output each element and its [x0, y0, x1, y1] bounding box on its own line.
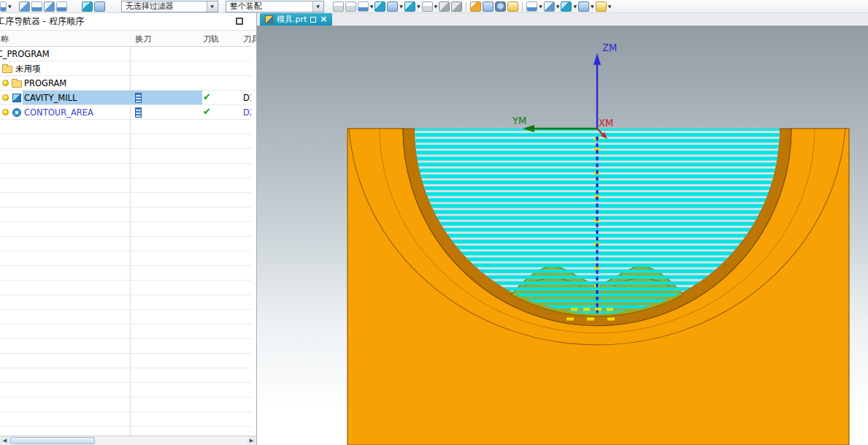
image-capture-icon[interactable] [483, 1, 493, 12]
xm-axis-label: XM [599, 118, 613, 129]
navigator-column-header: 名称 换刀 刀轨 刀具 [0, 31, 251, 47]
snap-point-icon[interactable] [333, 1, 344, 12]
view-cube-caret[interactable]: ▼ [434, 1, 438, 12]
sketch-caret[interactable]: ▼ [608, 1, 612, 12]
navigator-title-bar: 工序导航器 - 程序顺序 [0, 13, 257, 31]
toolbar-separator [522, 1, 523, 12]
graphics-area: 模具.prt × [257, 13, 868, 445]
tool-cell: D1 [243, 93, 251, 103]
node-label[interactable]: NC_PROGRAM [0, 49, 50, 59]
tree-row-nc-program[interactable]: NC_PROGRAM [0, 47, 251, 61]
tree-row-contour-area[interactable]: CONTOUR_AREA ✔ D2 [0, 105, 251, 120]
scroll-thumb[interactable] [10, 437, 95, 444]
measure-icon[interactable] [404, 1, 415, 12]
create-method-icon[interactable] [56, 1, 67, 12]
window-layout-icon[interactable] [470, 1, 481, 12]
create-program-icon[interactable] [19, 1, 30, 12]
measure-caret[interactable]: ▼ [417, 1, 420, 12]
move-object-icon[interactable] [375, 1, 385, 12]
vector-dialog-icon[interactable] [387, 1, 398, 12]
top-toolbar: ▼ 无选择过滤器 ▼ 整个装配 ▼ ▼ ▼ ▼ ▼ ▼ ▼ ▼ ▼ ▼ [0, 0, 868, 13]
scroll-left-icon[interactable]: ◀ [0, 436, 9, 445]
node-label[interactable]: CONTOUR_AREA [24, 107, 93, 118]
wcs-triad: ZM YM XM [512, 42, 617, 139]
undock-panel-icon[interactable] [236, 18, 243, 25]
tool-change-icon [135, 93, 142, 103]
navigator-hscrollbar[interactable]: ◀ ▶ [0, 436, 256, 445]
selection-scope-combo[interactable]: 整个装配 ▼ [226, 1, 324, 12]
render-style-icon[interactable] [561, 1, 572, 12]
node-label[interactable]: PROGRAM [24, 78, 66, 88]
menu-overflow-icon[interactable] [0, 1, 7, 12]
status-bulb-icon [2, 80, 9, 86]
layer-settings-caret[interactable]: ▼ [556, 1, 560, 12]
menu-overflow-caret[interactable]: ▼ [8, 1, 12, 12]
viewport-tab-bar: 模具.prt × [257, 13, 868, 26]
vector-dialog-caret[interactable]: ▼ [399, 1, 403, 12]
toolbar-separator [466, 1, 466, 12]
close-icon[interactable]: × [320, 15, 327, 23]
sketch-icon[interactable] [596, 1, 607, 12]
scroll-right-icon[interactable]: ▶ [247, 436, 256, 445]
toolpath-ok-icon: ✔ [203, 91, 211, 102]
column-tool[interactable]: 刀具 [243, 34, 257, 45]
zm-axis-arrow [594, 53, 601, 65]
create-tool-icon[interactable] [31, 1, 42, 12]
contour-area-operation-icon [12, 108, 21, 117]
orient-view-caret[interactable]: ▼ [591, 1, 594, 12]
layer-settings-icon[interactable] [544, 1, 555, 12]
solid-view-icon[interactable] [439, 1, 450, 12]
zm-axis-label: ZM [602, 42, 617, 53]
column-name[interactable]: 名称 [0, 34, 9, 45]
selection-filter-value: 无选择过滤器 [122, 1, 207, 12]
status-bulb-icon [2, 109, 9, 115]
selection-scope-caret[interactable]: ▼ [312, 1, 323, 12]
status-bulb-icon [2, 94, 9, 101]
folder-icon [2, 66, 12, 73]
node-label[interactable]: 未用项 [15, 64, 41, 75]
orient-view-icon[interactable] [578, 1, 589, 12]
selection-scope-value: 整个装配 [226, 1, 312, 12]
tree-row-program[interactable]: PROGRAM [0, 76, 251, 91]
navigator-title: 工序导航器 - 程序顺序 [0, 15, 84, 28]
tree-row-cavity-mill[interactable]: CAVITY_MILL ✔ D1 [0, 91, 251, 105]
show-hide-caret[interactable]: ▼ [539, 1, 542, 12]
tool-change-icon [135, 107, 142, 118]
undock-tab-icon[interactable] [310, 17, 316, 23]
selection-filter-caret[interactable]: ▼ [207, 1, 218, 12]
operation-navigator-panel: 工序导航器 - 程序顺序 名称 换刀 刀轨 刀具 NC_PROGRAM 未用项 [0, 13, 257, 445]
tab-mold-prt[interactable]: 模具.prt × [260, 13, 332, 26]
edit-object-display-icon[interactable] [507, 1, 518, 12]
create-geometry-icon[interactable] [44, 1, 55, 12]
point-dialog-icon[interactable] [358, 1, 369, 12]
generate-toolpath-icon[interactable] [82, 1, 93, 12]
show-hide-icon[interactable] [526, 1, 537, 12]
refresh-view-icon[interactable] [495, 1, 506, 12]
selection-filter-combo[interactable]: 无选择过滤器 ▼ [121, 1, 218, 12]
column-tool-change[interactable]: 换刀 [135, 34, 151, 45]
view-cube-icon[interactable] [422, 1, 433, 12]
tree-row-unused-items[interactable]: 未用项 [0, 61, 251, 76]
graphics-window[interactable]: ZM YM XM [257, 26, 868, 445]
tab-title: 模具.prt [277, 14, 307, 25]
3d-scene: ZM YM XM [257, 26, 868, 445]
tool-cell: D2 [243, 107, 251, 118]
work-plane-icon[interactable] [345, 1, 356, 12]
cavity-mill-operation-icon [12, 94, 21, 102]
point-dialog-caret[interactable]: ▼ [370, 1, 374, 12]
toolpath-ok-icon: ✔ [203, 106, 211, 117]
node-label[interactable]: CAVITY_MILL [24, 93, 77, 103]
render-style-caret[interactable]: ▼ [573, 1, 577, 12]
navigator-tree[interactable]: NC_PROGRAM 未用项 PROGRAM CAVITY_MILL [0, 47, 251, 436]
ym-axis-label: YM [512, 115, 526, 126]
program-folder-icon [12, 80, 22, 88]
wireframe-view-icon[interactable] [451, 1, 462, 12]
verify-toolpath-icon[interactable] [94, 1, 105, 12]
part-icon [265, 15, 273, 23]
column-toolpath[interactable]: 刀轨 [203, 34, 219, 45]
